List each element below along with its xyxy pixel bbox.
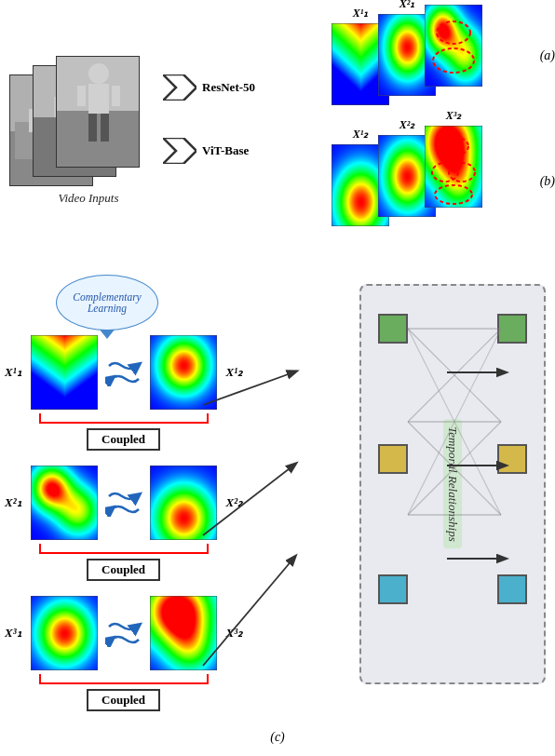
row1-left-label: X¹₁ xyxy=(5,365,21,380)
svg-rect-23 xyxy=(77,86,86,106)
row1-bracket-svg xyxy=(31,410,217,426)
row2-bracket xyxy=(5,540,242,557)
bottom-section: Complementary Learning X¹₁ xyxy=(0,265,555,749)
resnet-label: ResNet-50 xyxy=(202,80,255,95)
heatmap-pair-2: X²₁ X²₂ xyxy=(5,466,242,540)
row3-bracket-svg xyxy=(31,670,217,687)
temporal-module: Temporal Relationships xyxy=(359,284,546,684)
section-c-label: (c) xyxy=(270,730,285,745)
row2: X²₁ X²₂ xyxy=(5,466,242,581)
row3-swap-icon xyxy=(105,619,142,647)
section-b-label: (b) xyxy=(540,174,555,189)
resnet-item: ResNet-50 xyxy=(163,74,255,101)
main-diagram: I¹ I² I³ xyxy=(0,0,555,756)
network-labels: ResNet-50 ViT-Base xyxy=(163,74,255,201)
svg-point-27 xyxy=(437,21,470,44)
svg-point-19 xyxy=(88,63,109,84)
svg-rect-22 xyxy=(101,114,109,142)
row2-swap-icon xyxy=(105,489,142,517)
svg-point-32 xyxy=(435,185,472,204)
left-nodes xyxy=(378,314,408,612)
heatmap-b3: X³₂ xyxy=(425,126,482,208)
heatmap-section-a: X¹₁ X²₁ X³₁ (a) xyxy=(332,5,536,116)
right-node-blue xyxy=(497,574,527,604)
temporal-label: Temporal Relationships xyxy=(443,419,462,548)
row2-left-label: X²₁ xyxy=(5,495,21,510)
coupled-box-2: Coupled xyxy=(87,559,160,581)
heatmap-pair-1: X¹₁ X¹₂ xyxy=(5,335,242,410)
coupled-box-3: Coupled xyxy=(87,689,160,711)
row1-swap-icon xyxy=(105,358,142,386)
left-node-yellow xyxy=(378,444,408,474)
row3-bracket xyxy=(5,670,242,687)
svg-line-34 xyxy=(408,329,501,422)
row2-bracket-svg xyxy=(31,540,217,557)
heatmap-a3: X³₁ xyxy=(425,5,482,87)
row2-coupled: Coupled xyxy=(5,557,242,581)
vit-arrow-icon xyxy=(163,138,196,164)
person-images xyxy=(9,56,149,186)
red-circles-b xyxy=(425,126,482,208)
right-node-yellow xyxy=(497,444,527,474)
left-node-green xyxy=(378,314,408,344)
person-image-3 xyxy=(56,56,140,168)
resnet-arrow-icon xyxy=(163,74,196,101)
row1-coupled: Coupled xyxy=(5,426,242,451)
svg-line-36 xyxy=(408,329,501,422)
svg-rect-24 xyxy=(112,86,120,106)
complementary-learning-bubble: Complementary Learning xyxy=(56,275,158,331)
svg-point-29 xyxy=(439,137,468,155)
svg-rect-18 xyxy=(57,111,140,168)
left-node-blue xyxy=(378,574,408,604)
row1: X¹₁ X¹₂ xyxy=(5,335,242,451)
right-node-green xyxy=(497,314,527,344)
video-inputs-label: Video Inputs xyxy=(9,191,168,206)
heatmap-section-b: X¹₂ X²₂ X³₂ xyxy=(332,126,536,247)
row3-left-label: X³₁ xyxy=(5,626,21,641)
red-circle-a xyxy=(425,5,482,87)
svg-rect-20 xyxy=(88,84,109,114)
row3: X³₁ X³₂ xyxy=(5,596,242,711)
coupled-box-1: Coupled xyxy=(87,428,160,451)
svg-rect-21 xyxy=(88,114,97,142)
row3-right-label: X³₂ xyxy=(226,626,243,641)
svg-point-30 xyxy=(432,163,458,182)
row2-right-label: X²₂ xyxy=(226,495,243,510)
vit-item: ViT-Base xyxy=(163,138,255,164)
svg-marker-25 xyxy=(163,74,196,101)
right-nodes xyxy=(497,314,527,612)
row1-bracket xyxy=(5,410,242,426)
top-section: I¹ I² I³ xyxy=(0,0,555,261)
vit-label: ViT-Base xyxy=(202,143,249,158)
row3-coupled: Coupled xyxy=(5,687,242,711)
section-a-label: (a) xyxy=(540,48,555,63)
video-inputs-area: I¹ I² I³ xyxy=(9,56,168,206)
svg-marker-26 xyxy=(163,138,196,164)
row1-right-label: X¹₂ xyxy=(226,365,243,380)
heatmap-pair-3: X³₁ X³₂ xyxy=(5,596,242,670)
complementary-learning-label: Complementary Learning xyxy=(57,291,157,314)
svg-point-28 xyxy=(433,48,474,73)
